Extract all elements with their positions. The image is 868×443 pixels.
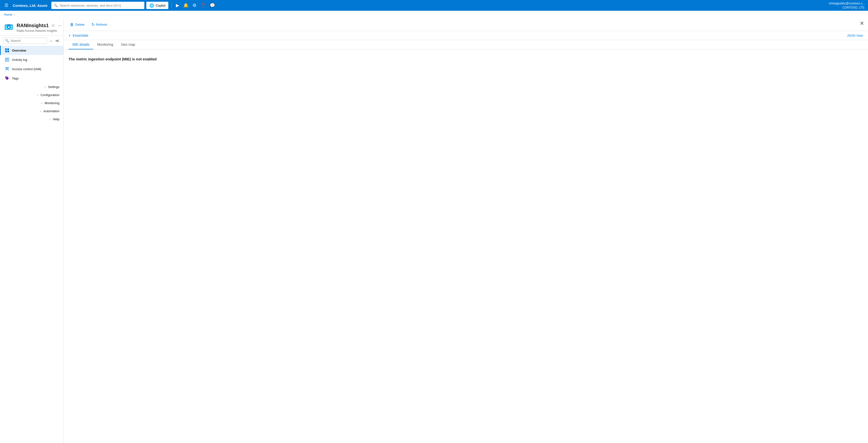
sidebar: RANInsights1 ☆ ··· Radio Access Network … (0, 18, 64, 443)
svg-point-14 (6, 77, 7, 78)
sidebar-item-label-monitoring: Monitoring (44, 101, 59, 105)
tags-icon (5, 76, 9, 81)
sidebar-item-automation[interactable]: › Automation (0, 107, 63, 115)
hamburger-menu-button[interactable]: ☰ (3, 2, 10, 9)
sidebar-item-access-control[interactable]: Access control (IAM) (0, 64, 63, 74)
nav-divider (171, 2, 172, 8)
content-panel-wrapper: ✕ 🗑 Delete ↻ Refresh ∨ (64, 18, 868, 443)
breadcrumb-separator: › (14, 13, 15, 16)
close-panel-button[interactable]: ✕ (860, 20, 864, 27)
sidebar-item-label-help: Help (53, 117, 59, 121)
sidebar-item-tags[interactable]: Tags (0, 74, 63, 83)
sidebar-icon-buttons: ⬦ ≪ (49, 38, 60, 43)
resource-title-area: RANInsights1 ☆ ··· Radio Access Network … (17, 22, 59, 33)
global-search-box[interactable]: 🔍 (51, 2, 144, 9)
sidebar-nav: Overview Activity log (0, 46, 63, 123)
top-navigation: ☰ Contoso, Ltd. Azure 🔍 🌐 Copilot ▶ 🔔 ⚙ … (0, 0, 868, 11)
sidebar-search-wrap: 🔍 ⬦ ≪ (0, 36, 63, 46)
sidebar-search-box[interactable]: 🔍 (3, 38, 47, 44)
configuration-chevron-icon: › (37, 93, 38, 97)
access-control-icon (5, 67, 9, 71)
sidebar-item-label-tags: Tags (12, 76, 19, 80)
sidebar-item-label-overview: Overview (12, 49, 26, 52)
breadcrumb: Home › (0, 11, 868, 18)
essentials-toggle[interactable]: ∨ Essentials (68, 33, 88, 37)
delete-button[interactable]: 🗑 Delete (68, 22, 86, 28)
refresh-icon: ↻ (92, 22, 95, 27)
tab-mie-details[interactable]: MIE details (68, 40, 93, 49)
resource-subtitle: Radio Access Network Insights (17, 29, 59, 33)
copilot-icon: 🌐 (149, 3, 154, 8)
delete-icon: 🗑 (70, 23, 74, 27)
json-view-link[interactable]: JSON View (847, 34, 863, 37)
sidebar-item-label-configuration: Configuration (41, 93, 59, 97)
monitoring-chevron-icon: › (41, 101, 42, 105)
svg-rect-5 (5, 50, 7, 52)
copilot-button[interactable]: 🌐 Copilot (146, 2, 168, 9)
svg-rect-3 (5, 48, 7, 50)
svg-rect-6 (7, 50, 9, 52)
svg-point-13 (5, 67, 6, 68)
sidebar-item-configuration[interactable]: › Configuration (0, 91, 63, 99)
resource-header: RANInsights1 ☆ ··· Radio Access Network … (0, 18, 63, 36)
refresh-button[interactable]: ↻ Refresh (90, 21, 109, 28)
content-panel: 🗑 Delete ↻ Refresh ∨ Essentials JSON Vie… (64, 18, 868, 443)
sidebar-item-settings[interactable]: › Settings (0, 83, 63, 91)
notifications-button[interactable]: 🔔 (182, 2, 190, 9)
brand-name: Contoso, Ltd. Azure (13, 3, 48, 8)
mie-not-enabled-message: The metric ingestion endpoint (MIE) is n… (68, 57, 863, 61)
sidebar-item-label-settings: Settings (48, 85, 59, 89)
overview-icon (5, 48, 9, 53)
breadcrumb-home-link[interactable]: Home (4, 13, 12, 16)
sidebar-collapse-button[interactable]: ≪ (54, 38, 60, 43)
toolbar: 🗑 Delete ↻ Refresh (64, 18, 868, 31)
sidebar-item-label-automation: Automation (43, 109, 59, 113)
svg-rect-4 (7, 48, 9, 50)
tab-geo-map[interactable]: Geo map (117, 40, 139, 49)
content-body: The metric ingestion endpoint (MIE) is n… (64, 49, 868, 68)
svg-point-2 (8, 26, 10, 28)
feedback-button[interactable]: 💬 (208, 2, 217, 9)
sidebar-item-monitoring[interactable]: › Monitoring (0, 99, 63, 107)
resource-title-row: RANInsights1 ☆ ··· (17, 22, 59, 29)
resource-name: RANInsights1 (17, 23, 49, 28)
tab-monitoring[interactable]: Monitoring (93, 40, 117, 49)
sidebar-item-label-access-control: Access control (IAM) (12, 67, 41, 71)
more-options-button[interactable]: ··· (58, 23, 62, 29)
favorite-star-button[interactable]: ☆ (51, 22, 56, 29)
svg-point-12 (8, 67, 9, 68)
essentials-label: Essentials (73, 33, 88, 37)
settings-button[interactable]: ⚙ (191, 2, 198, 9)
sidebar-item-overview[interactable]: Overview (0, 46, 63, 55)
sidebar-item-activity-log[interactable]: Activity log (0, 55, 63, 64)
app-body: Home › RANInsights1 (0, 11, 868, 443)
nav-icon-group: ▶ 🔔 ⚙ ❓ 💬 (175, 2, 217, 9)
settings-chevron-icon: › (44, 85, 45, 89)
cloud-shell-button[interactable]: ▶ (175, 2, 181, 9)
user-account[interactable]: chrisqpublic@contoso.c... CONTOSO, LTD. (829, 1, 865, 10)
activity-log-icon (5, 57, 9, 62)
main-area: RANInsights1 ☆ ··· Radio Access Network … (0, 18, 868, 443)
resource-icon (4, 22, 14, 32)
sidebar-search-icon: 🔍 (5, 39, 9, 42)
sidebar-item-help[interactable]: › Help (0, 115, 63, 123)
svg-point-11 (6, 67, 8, 69)
tabs-bar: MIE details Monitoring Geo map (64, 40, 868, 49)
search-icon: 🔍 (54, 4, 58, 7)
sidebar-pin-button[interactable]: ⬦ (49, 38, 53, 43)
sidebar-search-input[interactable] (10, 39, 45, 42)
essentials-bar: ∨ Essentials JSON View (64, 31, 868, 40)
sidebar-item-label-activity-log: Activity log (12, 58, 27, 62)
global-search-input[interactable] (60, 4, 142, 7)
automation-chevron-icon: › (40, 109, 41, 113)
essentials-chevron-icon: ∨ (68, 34, 71, 37)
help-button[interactable]: ❓ (199, 2, 207, 9)
help-chevron-icon: › (50, 117, 51, 121)
